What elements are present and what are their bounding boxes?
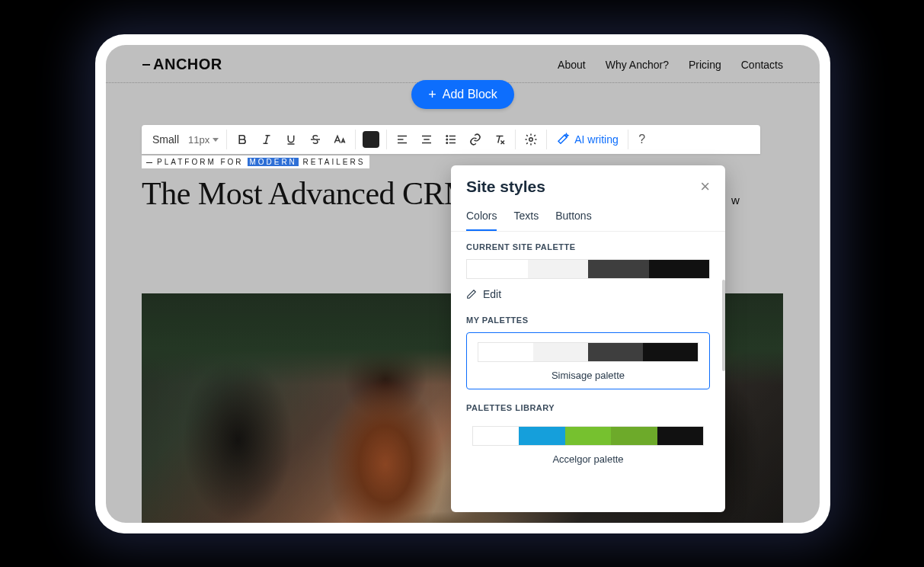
site-styles-popover: Site styles × Colors Texts Buttons CURRE… xyxy=(451,165,725,512)
eyebrow-pre: PLATFORM FOR xyxy=(157,158,248,166)
my-palette-name: Simisage palette xyxy=(478,370,699,381)
font-size-button[interactable] xyxy=(328,127,352,152)
edit-palette-button[interactable]: Edit xyxy=(466,288,710,300)
strikethrough-icon xyxy=(309,133,322,146)
italic-icon xyxy=(260,133,273,146)
eyebrow-text[interactable]: PLATFORM FOR MODERN RETAILERS xyxy=(142,155,369,168)
help-button[interactable]: ? xyxy=(631,133,653,146)
color-swatch xyxy=(649,260,710,278)
italic-button[interactable] xyxy=(254,127,279,152)
color-swatch xyxy=(533,343,588,361)
list-button[interactable] xyxy=(439,127,463,152)
toolbar-separator xyxy=(386,130,387,149)
align-left-button[interactable] xyxy=(390,127,414,152)
current-palette-label: CURRENT SITE PALETTE xyxy=(466,242,710,251)
bold-icon xyxy=(235,133,249,146)
dash-icon xyxy=(146,162,152,163)
color-swatch xyxy=(588,260,649,278)
site-header: ANCHOR About Why Anchor? Pricing Contact… xyxy=(106,45,820,82)
color-chip-icon xyxy=(363,131,379,148)
current-palette-swatches[interactable] xyxy=(466,259,710,279)
color-swatch xyxy=(611,427,657,445)
add-block-label: Add Block xyxy=(443,88,497,101)
library-palette-name: Accelgor palette xyxy=(472,453,704,465)
popover-body: CURRENT SITE PALETTE Edit MY PALETTES Si… xyxy=(451,232,725,512)
align-center-button[interactable] xyxy=(414,127,439,152)
nav-pricing[interactable]: Pricing xyxy=(689,59,721,71)
eyebrow-highlight: MODERN xyxy=(248,158,298,166)
nav-why-anchor[interactable]: Why Anchor? xyxy=(606,59,669,71)
brand-logo[interactable]: ANCHOR xyxy=(142,56,222,73)
nav-about[interactable]: About xyxy=(558,59,586,71)
toolbar-separator xyxy=(515,130,516,149)
list-icon xyxy=(444,133,458,146)
color-swatch xyxy=(478,343,533,361)
library-palette-card[interactable]: Accelgor palette xyxy=(466,420,710,469)
color-swatch xyxy=(565,427,611,445)
edit-label: Edit xyxy=(483,288,501,300)
svg-point-13 xyxy=(446,143,448,144)
color-swatch xyxy=(588,343,643,361)
palettes-library-label: PALETTES LIBRARY xyxy=(466,403,710,412)
toolbar-separator xyxy=(546,130,547,149)
settings-button[interactable] xyxy=(519,127,543,152)
toolbar-separator xyxy=(226,130,227,149)
popover-tabs: Colors Texts Buttons xyxy=(451,202,725,232)
clear-format-icon xyxy=(493,133,507,146)
device-frame: ANCHOR About Why Anchor? Pricing Contact… xyxy=(95,34,830,533)
plus-icon: + xyxy=(428,88,436,101)
underline-button[interactable] xyxy=(279,127,303,152)
align-center-icon xyxy=(420,133,433,146)
brand-dash-icon xyxy=(142,64,150,66)
top-nav: About Why Anchor? Pricing Contacts xyxy=(558,59,783,71)
close-icon: × xyxy=(700,177,710,196)
svg-point-19 xyxy=(529,138,533,142)
strikethrough-button[interactable] xyxy=(303,127,328,152)
color-swatch xyxy=(528,260,589,278)
tab-colors[interactable]: Colors xyxy=(466,205,497,231)
font-size-select[interactable]: 11px xyxy=(184,134,223,146)
color-swatch xyxy=(473,427,519,445)
brand-text: ANCHOR xyxy=(153,56,222,73)
clear-format-button[interactable] xyxy=(488,127,512,152)
tab-texts[interactable]: Texts xyxy=(513,205,539,231)
color-swatch xyxy=(643,343,698,361)
svg-point-11 xyxy=(446,136,448,137)
color-swatch xyxy=(657,427,703,445)
tab-buttons[interactable]: Buttons xyxy=(555,205,591,231)
my-palette-swatches xyxy=(478,342,699,362)
close-button[interactable]: × xyxy=(700,178,710,195)
my-palette-card[interactable]: Simisage palette xyxy=(466,332,710,389)
toolbar-separator xyxy=(355,130,356,149)
ai-writing-button[interactable]: AI writing xyxy=(550,133,625,146)
font-size-value: 11px xyxy=(188,134,209,146)
nav-contacts[interactable]: Contacts xyxy=(741,59,783,71)
underline-icon xyxy=(284,133,298,146)
align-left-icon xyxy=(395,133,409,146)
style-select[interactable]: Small xyxy=(148,133,184,146)
popover-header: Site styles × xyxy=(451,165,725,202)
pencil-icon xyxy=(466,289,477,300)
svg-point-12 xyxy=(446,139,448,140)
style-select-label: Small xyxy=(152,133,179,146)
popover-title: Site styles xyxy=(466,178,545,196)
eyebrow-post: RETAILERS xyxy=(299,158,366,166)
gear-icon xyxy=(524,133,538,146)
add-block-wrap: + Add Block xyxy=(106,80,820,109)
screen: ANCHOR About Why Anchor? Pricing Contact… xyxy=(106,45,820,523)
magic-wand-icon xyxy=(556,133,570,146)
color-swatch xyxy=(467,260,528,278)
svg-line-2 xyxy=(266,136,268,144)
text-toolbar: Small 11px xyxy=(142,125,760,154)
link-button[interactable] xyxy=(463,127,488,152)
ai-writing-label: AI writing xyxy=(574,133,619,146)
bold-button[interactable] xyxy=(230,127,254,152)
library-palette-swatches xyxy=(472,426,704,446)
my-palettes-label: MY PALETTES xyxy=(466,316,710,325)
text-color-button[interactable] xyxy=(359,127,383,152)
link-icon xyxy=(468,133,482,146)
toolbar-separator xyxy=(628,130,628,149)
chevron-down-icon xyxy=(213,138,219,142)
add-block-button[interactable]: + Add Block xyxy=(411,80,514,109)
scrollbar[interactable] xyxy=(722,280,725,371)
